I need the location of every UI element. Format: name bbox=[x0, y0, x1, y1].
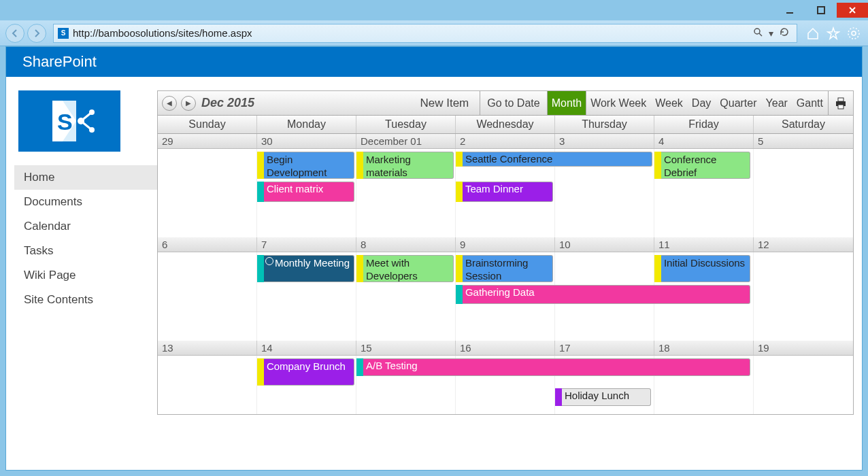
event-brainstorming-session[interactable]: Brainstorming Session bbox=[456, 255, 553, 282]
view-day[interactable]: Day bbox=[688, 91, 716, 115]
event-holiday-lunch[interactable]: Holiday Lunch bbox=[555, 388, 651, 406]
brand-label: SharePoint bbox=[22, 53, 97, 71]
week-body: Company Brunch A/B Testing Holiday Lunch bbox=[158, 356, 853, 414]
day-tue: Tuesday bbox=[356, 116, 456, 133]
period-label: Dec 2015 bbox=[196, 96, 254, 110]
back-button[interactable] bbox=[5, 24, 24, 43]
date-cell[interactable]: 13 bbox=[158, 341, 257, 355]
nav-item-wiki[interactable]: Wiki Page bbox=[14, 263, 157, 288]
nav-item-tasks[interactable]: Tasks bbox=[14, 239, 157, 263]
week-dates: 29 30 December 01 2 3 4 5 bbox=[158, 134, 853, 149]
svg-line-13 bbox=[81, 121, 92, 130]
close-button[interactable] bbox=[837, 3, 868, 18]
address-bar[interactable]: S http://bamboosolutions/sites/home.aspx… bbox=[53, 24, 797, 43]
date-cell[interactable]: 18 bbox=[654, 341, 754, 355]
day-thu: Thursday bbox=[555, 116, 654, 133]
svg-line-5 bbox=[759, 33, 762, 36]
svg-rect-16 bbox=[838, 105, 844, 109]
home-icon[interactable] bbox=[804, 24, 822, 42]
event-initial-discussions[interactable]: Initial Discussions bbox=[654, 255, 750, 282]
window-titlebar bbox=[0, 0, 868, 20]
day-header: Sunday Monday Tuesday Wednesday Thursday… bbox=[158, 116, 853, 134]
date-cell[interactable]: 3 bbox=[555, 134, 654, 148]
svg-point-4 bbox=[754, 29, 760, 34]
view-year[interactable]: Year bbox=[762, 91, 792, 115]
calendar: ◀ ▶ Dec 2015 New Item Go to Date Month W… bbox=[157, 90, 854, 415]
nav-list: Home Documents Calendar Tasks Wiki Page … bbox=[14, 165, 157, 312]
sharepoint-logo: S bbox=[18, 90, 120, 152]
print-icon[interactable] bbox=[828, 91, 853, 115]
nav-item-site-contents[interactable]: Site Contents bbox=[14, 288, 157, 312]
date-cell[interactable]: 7 bbox=[257, 237, 356, 252]
date-cell[interactable]: 15 bbox=[356, 341, 456, 355]
maximize-button[interactable] bbox=[805, 3, 837, 18]
date-cell[interactable]: 4 bbox=[654, 134, 754, 148]
event-seattle-conference[interactable]: Seattle Conference bbox=[456, 152, 652, 167]
date-cell[interactable]: 29 bbox=[158, 134, 257, 148]
site-icon: S bbox=[58, 28, 69, 39]
event-company-brunch[interactable]: Company Brunch bbox=[257, 358, 354, 386]
event-gathering-data[interactable]: Gathering Data bbox=[456, 285, 750, 304]
event-meet-with-developers[interactable]: Meet with Developers bbox=[356, 255, 454, 282]
view-week[interactable]: Week bbox=[651, 91, 688, 115]
event-begin-development[interactable]: Begin Development bbox=[257, 152, 354, 179]
date-cell[interactable]: 9 bbox=[456, 237, 555, 252]
minimize-button[interactable] bbox=[774, 3, 805, 18]
svg-rect-15 bbox=[838, 98, 844, 101]
date-cell[interactable]: 12 bbox=[754, 237, 853, 252]
event-marketing-materials[interactable]: Marketing materials bbox=[356, 152, 454, 179]
nav-item-documents[interactable]: Documents bbox=[14, 190, 157, 214]
svg-point-7 bbox=[848, 28, 859, 39]
browser-chrome: S http://bamboosolutions/sites/home.aspx… bbox=[0, 20, 868, 46]
week-body: Begin Development Marketing materials Se… bbox=[158, 149, 853, 237]
go-to-date-button[interactable]: Go to Date bbox=[480, 91, 547, 115]
next-period-button[interactable]: ▶ bbox=[181, 96, 196, 111]
search-icon[interactable] bbox=[750, 27, 766, 39]
date-cell[interactable]: 2 bbox=[456, 134, 555, 148]
svg-rect-1 bbox=[818, 7, 824, 14]
svg-line-12 bbox=[81, 112, 92, 121]
week-dates: 13 14 15 16 17 18 19 bbox=[158, 341, 853, 356]
date-cell[interactable]: 8 bbox=[356, 237, 456, 252]
date-cell[interactable]: 19 bbox=[754, 341, 853, 355]
date-cell[interactable]: December 01 bbox=[356, 134, 456, 148]
view-work-week[interactable]: Work Week bbox=[586, 91, 651, 115]
event-ab-testing[interactable]: A/B Testing bbox=[356, 358, 750, 376]
view-quarter[interactable]: Quarter bbox=[716, 91, 761, 115]
date-cell[interactable]: 11 bbox=[654, 237, 754, 252]
date-cell[interactable]: 16 bbox=[456, 341, 555, 355]
svg-text:S: S bbox=[57, 109, 73, 135]
nav-item-calendar[interactable]: Calendar bbox=[14, 214, 157, 239]
prev-period-button[interactable]: ◀ bbox=[162, 96, 177, 111]
settings-icon[interactable] bbox=[845, 24, 863, 42]
date-cell[interactable]: 14 bbox=[257, 341, 356, 355]
event-monthly-meeting[interactable]: Monthly Meeting bbox=[257, 255, 354, 282]
day-mon: Monday bbox=[257, 116, 356, 133]
week-body: Monthly Meeting Meet with Developers Bra… bbox=[158, 252, 853, 341]
day-sun: Sunday bbox=[158, 116, 257, 133]
url-text: http://bamboosolutions/sites/home.aspx bbox=[73, 27, 750, 39]
svg-point-6 bbox=[852, 31, 856, 35]
date-cell[interactable]: 10 bbox=[555, 237, 654, 252]
favorites-icon[interactable] bbox=[824, 24, 842, 42]
event-conference-debrief[interactable]: Conference Debrief bbox=[654, 152, 750, 179]
forward-button[interactable] bbox=[27, 24, 46, 43]
week-dates: 6 7 8 9 10 11 12 bbox=[158, 237, 853, 252]
date-cell[interactable]: 30 bbox=[257, 134, 356, 148]
date-cell[interactable]: 5 bbox=[754, 134, 853, 148]
view-month[interactable]: Month bbox=[548, 91, 586, 115]
nav-item-home[interactable]: Home bbox=[14, 165, 157, 190]
view-tabs: Go to Date Month Work Week Week Day Quar… bbox=[480, 91, 853, 115]
view-gantt[interactable]: Gantt bbox=[792, 91, 828, 115]
recurrence-icon bbox=[265, 257, 273, 265]
dropdown-icon[interactable]: ▾ bbox=[766, 28, 776, 39]
calendar-toolbar: ◀ ▶ Dec 2015 New Item Go to Date Month W… bbox=[158, 91, 853, 116]
day-sat: Saturday bbox=[754, 116, 853, 133]
day-fri: Friday bbox=[654, 116, 754, 133]
event-team-dinner[interactable]: Team Dinner bbox=[456, 182, 553, 202]
new-item-button[interactable]: New Item bbox=[409, 97, 480, 110]
date-cell[interactable]: 17 bbox=[555, 341, 654, 355]
date-cell[interactable]: 6 bbox=[158, 237, 257, 252]
refresh-icon[interactable] bbox=[776, 27, 792, 39]
event-client-matrix[interactable]: Client matrix bbox=[257, 182, 354, 202]
